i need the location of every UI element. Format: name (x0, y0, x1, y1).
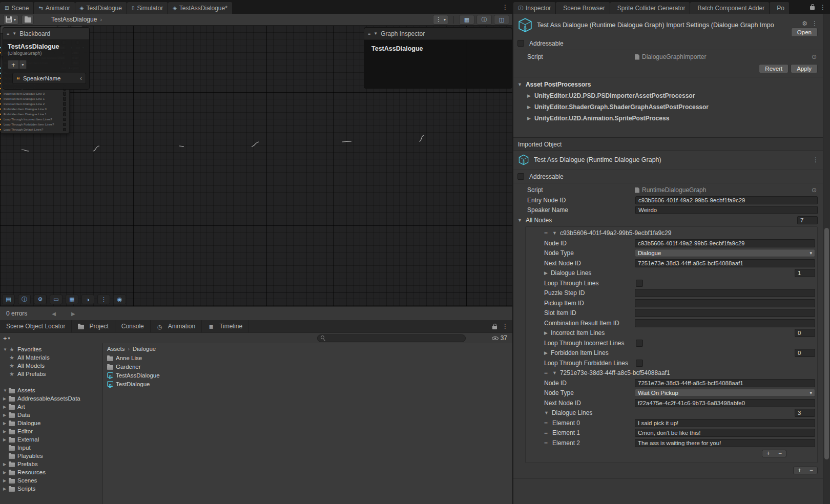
property-value[interactable] (636, 280, 643, 287)
expand-arrow-icon[interactable]: ▶ (3, 429, 9, 434)
breadcrumb-folder[interactable]: Dialogue (133, 346, 156, 352)
tree-item[interactable]: ▼ Assets (0, 386, 102, 394)
revert-button[interactable]: Revert (759, 64, 789, 73)
collapse-icon[interactable]: ▼ (374, 31, 378, 36)
object-picker-icon[interactable]: ⊙ (812, 53, 817, 60)
inspector-tab[interactable]: Po (770, 2, 790, 14)
foldout-arrow-icon[interactable]: ▼ (544, 410, 549, 415)
blackboard-header[interactable]: ≡ ▼ Blackboard (3, 28, 89, 40)
inspector-property-row[interactable]: = Puzzle Step ID (526, 288, 817, 299)
node-row[interactable]: Incorrect Item Dialogue Line 1 (1, 96, 69, 101)
inspector-property-row[interactable]: = Slot Item ID (526, 308, 817, 319)
tree-item[interactable]: ▶ Scripts (0, 485, 102, 493)
property-value[interactable]: The ass is waiting there for you! (635, 439, 815, 447)
scrollbar-thumb[interactable] (824, 228, 829, 459)
postprocessor-item[interactable]: ▶ UnityEditor.U2D.Animation.SpritePostPr… (513, 113, 823, 124)
expand-arrow-icon[interactable]: ▶ (3, 462, 9, 467)
input-port-icon[interactable] (0, 98, 2, 100)
toolbar-toggle-button[interactable]: ◫ (494, 15, 509, 25)
foldout-arrow-icon[interactable]: ▼ (552, 230, 557, 236)
editor-tab[interactable]: ◈ TestDialogue (75, 2, 127, 14)
inspector-property-row[interactable]: = ▼ 7251e73e-38d3-44ff-a8c5-bcf54088aaf1 (526, 368, 817, 379)
inspector-property-row[interactable]: = Node Type Dialogue (526, 248, 817, 259)
expand-arrow-icon[interactable]: ▶ (3, 487, 9, 491)
add-property-button[interactable]: + (8, 60, 19, 69)
property-value[interactable] (636, 340, 643, 347)
expand-arrow-icon[interactable]: ▶ (3, 478, 9, 483)
inspector-property-row[interactable]: = Element 1 Cmon, don't be like this! (526, 428, 817, 438)
input-port-icon[interactable] (0, 47, 2, 49)
array-size-field[interactable]: 0 (795, 349, 815, 357)
property-value[interactable]: I said pick it up! (635, 419, 815, 427)
graph-footer-button[interactable]: ⓘ (18, 295, 31, 304)
file-row[interactable]: TestAssDialogue (102, 371, 512, 380)
tree-item[interactable]: ▶ Resources (0, 468, 102, 476)
tree-item[interactable]: ▼ Favorites (0, 345, 102, 353)
inspector-property-row[interactable]: = ▶ Dialogue Lines 1 (526, 268, 817, 279)
bottom-tab[interactable]: Project (72, 320, 115, 332)
next-error-button[interactable]: ▶ (71, 311, 75, 317)
foldout-closed-icon[interactable]: ▶ (527, 116, 531, 121)
inspector-property-row[interactable]: = Loop Through Lines (526, 278, 817, 288)
blackboard-property[interactable]: “ SpeakerName ‹ (12, 73, 86, 84)
breadcrumb-label[interactable]: TestAssDialogue (51, 16, 97, 23)
input-port-icon[interactable] (0, 123, 2, 126)
file-row[interactable]: TestDialogue (102, 380, 512, 388)
tree-item[interactable]: ▶ External (0, 435, 102, 444)
drag-handle-icon[interactable]: = (544, 419, 547, 427)
expand-arrow-icon[interactable]: ▼ (3, 388, 9, 393)
inspector-property-row[interactable]: = Combination Result Item ID (526, 318, 817, 328)
node-row-value[interactable] (63, 107, 66, 111)
view-menu-button[interactable]: ⋮ ▾ (433, 15, 448, 25)
create-asset-button[interactable]: + ▾ (3, 334, 10, 342)
property-value[interactable]: f22a475e-4c2f-41c6-9b73-6a83498abfe0 (635, 399, 815, 407)
entry-node-field[interactable]: c93b5606-401f-49a2-99b5-9ecbf1fa9c29 (635, 196, 818, 204)
presets-icon[interactable]: ⚙ (802, 20, 807, 27)
tree-item[interactable]: ▶ Dialogue (0, 419, 102, 427)
input-port-icon[interactable] (0, 52, 2, 54)
foldout-arrow-icon[interactable]: ▼ (552, 370, 557, 375)
postprocessors-foldout[interactable]: ▼ Asset PostProcessors (513, 79, 823, 90)
graph-footer-button[interactable]: ▭ (50, 295, 63, 304)
inspector-property-row[interactable]: = Next Node ID f22a475e-4c2f-41c6-9b73-6… (526, 398, 817, 408)
search-input[interactable] (317, 334, 466, 342)
foldout-closed-icon[interactable]: ▶ (527, 104, 531, 110)
tree-item[interactable] (0, 378, 102, 386)
editor-tab[interactable]: ◈ TestAssDialogue* (168, 2, 233, 14)
menu-dots-icon[interactable]: ⋮ (820, 4, 826, 11)
inspector-property-row[interactable]: = Node ID c93b5606-401f-49a2-99b5-9ecbf1… (526, 238, 817, 248)
node-row[interactable]: Loop Through Incorrect Item Lines? (1, 117, 69, 122)
node-row-value[interactable] (63, 92, 66, 96)
property-value[interactable]: 7251e73e-38d3-44ff-a8c5-bcf54088aaf1 (635, 379, 815, 387)
inspector-property-row[interactable]: = Loop Through Forbidden Lines (526, 358, 817, 368)
inspector-property-row[interactable]: = ▶ Forbidden Item Lines 0 (526, 348, 817, 359)
property-value[interactable] (635, 289, 815, 297)
addressable-checkbox[interactable] (517, 173, 524, 180)
graph-inspector-panel[interactable]: ≡ ▼ Graph Inspector TestAssDialogue (364, 27, 512, 89)
tree-item[interactable]: Input (0, 444, 102, 452)
apply-button[interactable]: Apply (791, 64, 818, 73)
input-port-icon[interactable] (0, 93, 2, 95)
prev-error-button[interactable]: ◀ (52, 311, 56, 317)
hamburger-icon[interactable]: ≡ (368, 31, 370, 36)
tree-item[interactable]: ▶ Art (0, 403, 102, 411)
inspector-scrollbar[interactable] (823, 14, 830, 504)
postprocessor-item[interactable]: ▶ UnityEditor.ShaderGraph.ShaderGraphAss… (513, 101, 823, 113)
edge[interactable] (179, 146, 184, 146)
property-value[interactable]: Wait On Pickup (635, 389, 815, 397)
visibility-counter[interactable]: 37 (492, 334, 507, 342)
tree-item[interactable]: Playables (0, 452, 102, 460)
input-port-icon[interactable] (0, 113, 2, 116)
graph-inspector-header[interactable]: ≡ ▼ Graph Inspector (364, 28, 512, 40)
expand-arrow-icon[interactable]: ▶ (3, 470, 9, 475)
open-button[interactable]: Open (791, 28, 818, 37)
input-port-icon[interactable] (0, 72, 2, 75)
add-node-button[interactable]: + (794, 467, 805, 474)
input-port-icon[interactable] (0, 129, 2, 131)
expand-arrow-icon[interactable]: ▶ (3, 421, 9, 426)
graph-footer-button[interactable]: ▤ (2, 295, 15, 304)
tabstrip-menu-icon[interactable]: ⋮ (498, 0, 512, 14)
bottom-tab[interactable]: Console (115, 320, 151, 332)
tree-item[interactable]: ▶ Scenes (0, 476, 102, 485)
graph-footer-button[interactable]: ▦ (66, 295, 78, 304)
